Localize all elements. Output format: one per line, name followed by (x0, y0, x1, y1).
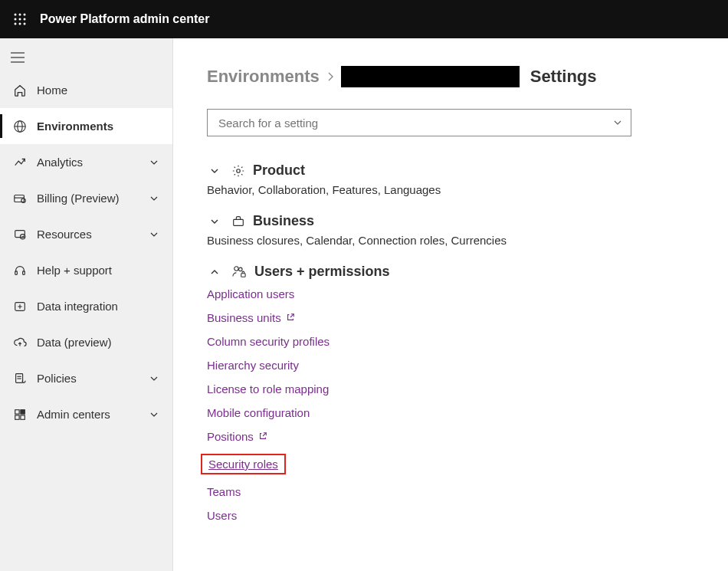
link-business-units[interactable]: Business units (207, 311, 281, 324)
svg-point-0 (15, 14, 17, 16)
chevron-down-icon (149, 194, 159, 203)
svg-point-32 (234, 266, 238, 270)
link-mobile-configuration[interactable]: Mobile configuration (207, 406, 310, 419)
svg-point-1 (19, 14, 21, 16)
svg-point-5 (24, 18, 26, 21)
svg-rect-31 (234, 219, 244, 225)
search-setting[interactable] (207, 109, 631, 136)
sidebar-item-label: Help + support (37, 264, 159, 277)
sidebar-item-label: Analytics (37, 156, 149, 169)
briefcase-icon (231, 215, 245, 228)
section-product[interactable]: Product (207, 162, 694, 179)
sidebar-item-environments[interactable]: Environments (0, 108, 172, 144)
highlight-box: Security roles (201, 454, 286, 474)
svg-rect-27 (21, 409, 25, 413)
chevron-down-icon (149, 410, 159, 419)
svg-point-7 (19, 23, 21, 25)
svg-rect-29 (21, 415, 25, 418)
sidebar-item-help[interactable]: Help + support (0, 252, 172, 288)
sidebar-item-label: Home (37, 84, 159, 97)
svg-point-33 (239, 267, 243, 271)
home-icon (12, 83, 28, 98)
link-license-to-role-mapping[interactable]: License to role mapping (207, 382, 329, 395)
svg-point-8 (24, 23, 26, 25)
sidebar-item-label: Data integration (37, 300, 159, 313)
app-launcher-icon[interactable] (8, 7, 32, 31)
admin-centers-icon (12, 407, 28, 422)
resources-icon (12, 227, 28, 242)
link-positions[interactable]: Positions (207, 430, 254, 443)
svg-rect-28 (15, 415, 19, 418)
sidebar-item-label: Billing (Preview) (37, 192, 149, 205)
section-users-permissions[interactable]: Users + permissions (207, 264, 694, 280)
svg-point-3 (15, 18, 17, 21)
section-business[interactable]: Business (207, 213, 694, 229)
sidebar-item-admin-centers[interactable]: Admin centers (0, 396, 172, 432)
cloud-upload-icon (12, 335, 28, 350)
data-integration-icon (12, 299, 28, 314)
section-title: Product (253, 162, 305, 179)
svg-point-30 (237, 169, 241, 172)
chevron-down-icon (207, 216, 222, 227)
sidebar-item-billing[interactable]: Billing (Preview) (0, 180, 172, 216)
analytics-icon (12, 155, 28, 170)
sidebar-item-label: Resources (37, 228, 149, 241)
section-title: Users + permissions (254, 264, 390, 280)
section-business-desc: Business closures, Calendar, Connection … (207, 234, 694, 247)
svg-point-4 (19, 18, 21, 21)
breadcrumb-root[interactable]: Environments (207, 67, 320, 87)
chevron-down-icon (207, 166, 222, 176)
billing-icon (12, 191, 28, 206)
page-title: Settings (530, 67, 597, 87)
svg-rect-26 (15, 409, 19, 413)
search-input[interactable] (217, 116, 612, 130)
headset-icon (12, 263, 28, 278)
breadcrumb: Environments Settings (207, 66, 694, 87)
chevron-down-icon (149, 230, 159, 239)
svg-point-6 (15, 23, 17, 25)
external-link-icon (286, 311, 295, 324)
policies-icon (12, 371, 28, 386)
chevron-down-icon[interactable] (612, 117, 623, 128)
link-application-users[interactable]: Application users (207, 287, 294, 300)
sidebar-item-data-integration[interactable]: Data integration (0, 288, 172, 324)
svg-point-2 (24, 14, 26, 16)
chevron-down-icon (149, 374, 159, 383)
external-link-icon (258, 430, 267, 443)
chevron-right-icon (326, 71, 335, 82)
link-column-security-profiles[interactable]: Column security profiles (207, 335, 330, 348)
sidebar-item-home[interactable]: Home (0, 72, 172, 108)
redacted-environment-name (341, 66, 520, 87)
sidebar-item-label: Policies (37, 372, 149, 385)
section-product-desc: Behavior, Collaboration, Features, Langu… (207, 183, 694, 196)
sidebar-item-policies[interactable]: Policies (0, 360, 172, 396)
sidebar-item-label: Admin centers (37, 408, 149, 421)
sidebar-item-label: Environments (37, 120, 159, 133)
hamburger-icon[interactable] (0, 43, 172, 72)
section-title: Business (253, 213, 314, 229)
sidebar-item-resources[interactable]: Resources (0, 216, 172, 252)
link-hierarchy-security[interactable]: Hierarchy security (207, 359, 299, 372)
chevron-up-icon (207, 267, 222, 277)
chevron-down-icon (149, 158, 159, 167)
header-title: Power Platform admin center (40, 12, 209, 26)
link-users[interactable]: Users (207, 509, 237, 522)
users-lock-icon (231, 265, 247, 279)
sidebar-item-analytics[interactable]: Analytics (0, 144, 172, 180)
sidebar: Home Environments Analytics Billing (Pre… (0, 38, 173, 571)
link-teams[interactable]: Teams (207, 485, 241, 498)
gear-icon (231, 164, 245, 178)
svg-rect-34 (241, 273, 245, 277)
sidebar-item-label: Data (preview) (37, 336, 159, 349)
globe-icon (12, 119, 28, 134)
sidebar-item-data-preview[interactable]: Data (preview) (0, 324, 172, 360)
link-security-roles[interactable]: Security roles (208, 458, 278, 471)
main-content: Environments Settings Product Behavior, … (173, 38, 728, 571)
